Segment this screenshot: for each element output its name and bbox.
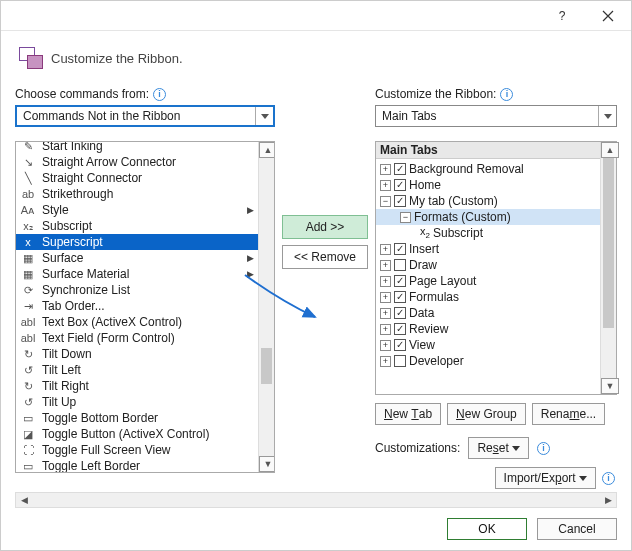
- expand-icon[interactable]: +: [380, 260, 391, 271]
- ribbon-tree[interactable]: Main Tabs +✓Background Removal+✓Home−✓My…: [375, 141, 617, 395]
- expand-icon[interactable]: +: [380, 292, 391, 303]
- tree-row[interactable]: +✓Formulas: [376, 289, 600, 305]
- info-icon[interactable]: i: [153, 88, 166, 101]
- tree-row[interactable]: −✓My tab (Custom): [376, 193, 600, 209]
- command-label: Surface Material: [42, 267, 129, 281]
- command-item[interactable]: ◪Toggle Button (ActiveX Control): [16, 426, 258, 442]
- expand-icon[interactable]: +: [380, 180, 391, 191]
- new-group-button[interactable]: New Group: [447, 403, 526, 425]
- command-icon: abl: [20, 330, 36, 346]
- commands-listbox[interactable]: ✎Start Inking↘Straight Arrow Connector╲S…: [15, 141, 275, 473]
- tree-row[interactable]: +Developer: [376, 353, 600, 369]
- cancel-button[interactable]: Cancel: [537, 518, 617, 540]
- command-item[interactable]: ⛶Toggle Full Screen View: [16, 442, 258, 458]
- tree-row[interactable]: +✓Home: [376, 177, 600, 193]
- collapse-icon[interactable]: −: [400, 212, 411, 223]
- add-button[interactable]: Add >>: [282, 215, 368, 239]
- info-icon[interactable]: i: [537, 442, 550, 455]
- commands-from-combo[interactable]: Commands Not in the Ribbon: [15, 105, 275, 127]
- command-item[interactable]: abStrikethrough: [16, 186, 258, 202]
- new-tab-button[interactable]: New Tab: [375, 403, 441, 425]
- customize-ribbon-label: Customize the Ribbon:: [375, 87, 496, 101]
- tree-row[interactable]: +✓View: [376, 337, 600, 353]
- checkbox[interactable]: ✓: [394, 323, 406, 335]
- checkbox[interactable]: ✓: [394, 163, 406, 175]
- tree-row[interactable]: +✓Page Layout: [376, 273, 600, 289]
- subscript-icon: x2: [420, 225, 430, 240]
- command-icon: ✎: [20, 141, 36, 154]
- checkbox[interactable]: ✓: [394, 179, 406, 191]
- checkbox[interactable]: ✓: [394, 291, 406, 303]
- scroll-right-icon[interactable]: ▶: [600, 493, 616, 507]
- tree-row[interactable]: +✓Data: [376, 305, 600, 321]
- scroll-down-icon[interactable]: ▼: [259, 456, 275, 472]
- commands-from-value: Commands Not in the Ribbon: [17, 109, 255, 123]
- command-icon: x: [20, 234, 36, 250]
- checkbox[interactable]: [394, 259, 406, 271]
- expand-icon[interactable]: +: [380, 308, 391, 319]
- scrollbar-vertical[interactable]: ▲ ▼: [258, 142, 274, 472]
- command-item[interactable]: ▦Surface▶: [16, 250, 258, 266]
- checkbox[interactable]: ✓: [394, 243, 406, 255]
- tree-row[interactable]: x2Subscript: [376, 225, 600, 241]
- ok-button[interactable]: OK: [447, 518, 527, 540]
- command-item[interactable]: AᴀStyle▶: [16, 202, 258, 218]
- command-item[interactable]: ↺Tilt Up: [16, 394, 258, 410]
- tree-row[interactable]: +✓Review: [376, 321, 600, 337]
- expand-icon[interactable]: +: [380, 244, 391, 255]
- info-icon[interactable]: i: [602, 472, 615, 485]
- expand-icon[interactable]: +: [380, 324, 391, 335]
- remove-button[interactable]: << Remove: [282, 245, 368, 269]
- checkbox[interactable]: [394, 355, 406, 367]
- scroll-up-icon[interactable]: ▲: [259, 142, 275, 158]
- command-label: Tilt Up: [42, 395, 76, 409]
- collapse-icon[interactable]: −: [380, 196, 391, 207]
- help-button[interactable]: ?: [539, 1, 585, 31]
- checkbox[interactable]: ✓: [394, 195, 406, 207]
- scrollbar-horizontal[interactable]: ◀ ▶: [15, 492, 617, 508]
- close-button[interactable]: [585, 1, 631, 31]
- command-item[interactable]: ╲Straight Connector: [16, 170, 258, 186]
- info-icon[interactable]: i: [500, 88, 513, 101]
- target-combo[interactable]: Main Tabs: [375, 105, 617, 127]
- command-item[interactable]: ⟳Synchronize List: [16, 282, 258, 298]
- command-item[interactable]: ▭Toggle Left Border: [16, 458, 258, 473]
- command-label: Tilt Down: [42, 347, 92, 361]
- import-export-button[interactable]: Import/Export: [495, 467, 596, 489]
- tree-row[interactable]: +✓Insert: [376, 241, 600, 257]
- command-item[interactable]: ablText Box (ActiveX Control): [16, 314, 258, 330]
- command-label: Text Box (ActiveX Control): [42, 315, 182, 329]
- reset-button[interactable]: Reset: [468, 437, 529, 459]
- scroll-down-icon[interactable]: ▼: [601, 378, 619, 394]
- tree-row[interactable]: +Draw: [376, 257, 600, 273]
- command-item[interactable]: ⇥Tab Order...: [16, 298, 258, 314]
- command-item[interactable]: ↻Tilt Right: [16, 378, 258, 394]
- tree-row[interactable]: +✓Background Removal: [376, 161, 600, 177]
- command-item[interactable]: ↘Straight Arrow Connector: [16, 154, 258, 170]
- command-item[interactable]: ▭Toggle Bottom Border: [16, 410, 258, 426]
- command-item[interactable]: x₂Subscript: [16, 218, 258, 234]
- tree-row[interactable]: −Formats (Custom): [376, 209, 600, 225]
- command-item[interactable]: ↺Tilt Left: [16, 362, 258, 378]
- command-icon: ↻: [20, 378, 36, 394]
- command-item[interactable]: xSuperscript: [16, 234, 258, 250]
- scrollbar-vertical[interactable]: ▲ ▼: [600, 142, 616, 394]
- tree-label: Formulas: [409, 290, 459, 304]
- command-item[interactable]: ✎Start Inking: [16, 141, 258, 154]
- rename-button[interactable]: Rename...: [532, 403, 605, 425]
- checkbox[interactable]: ✓: [394, 339, 406, 351]
- checkbox[interactable]: ✓: [394, 275, 406, 287]
- command-item[interactable]: ablText Field (Form Control): [16, 330, 258, 346]
- scroll-up-icon[interactable]: ▲: [601, 142, 619, 158]
- command-label: Tab Order...: [42, 299, 105, 313]
- expand-icon[interactable]: +: [380, 340, 391, 351]
- scroll-left-icon[interactable]: ◀: [16, 493, 32, 507]
- expand-icon[interactable]: +: [380, 276, 391, 287]
- tree-label: Subscript: [433, 226, 483, 240]
- expand-icon[interactable]: +: [380, 164, 391, 175]
- command-item[interactable]: ↻Tilt Down: [16, 346, 258, 362]
- command-item[interactable]: ▦Surface Material▶: [16, 266, 258, 282]
- command-icon: ↘: [20, 154, 36, 170]
- expand-icon[interactable]: +: [380, 356, 391, 367]
- checkbox[interactable]: ✓: [394, 307, 406, 319]
